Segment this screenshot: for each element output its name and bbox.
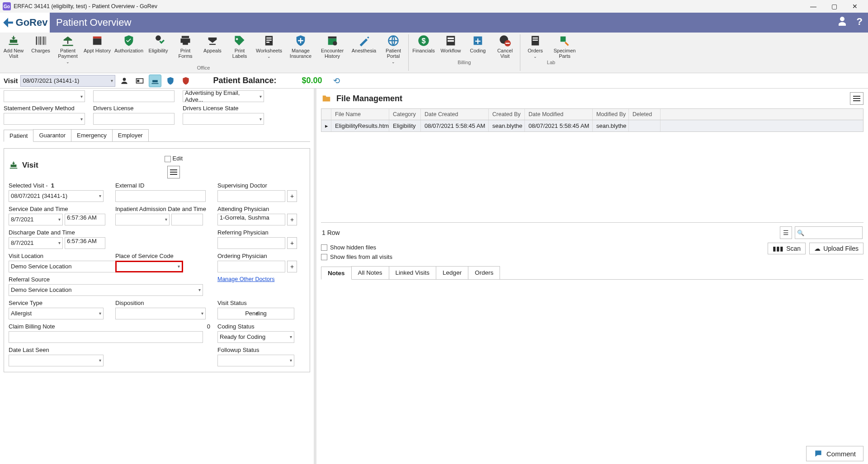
supervising-doctor-input[interactable] xyxy=(217,190,285,202)
visit-panel-menu[interactable] xyxy=(167,166,180,178)
col-file-name[interactable]: File Name xyxy=(331,109,389,120)
followup-combo[interactable]: ▾ xyxy=(217,355,294,366)
financials-button[interactable]: $Financials xyxy=(410,33,437,59)
col-deleted[interactable]: Deleted xyxy=(629,109,660,120)
tab-patient[interactable]: Patient xyxy=(4,130,33,142)
tab-notes[interactable]: Notes xyxy=(321,267,352,280)
worksheets-button[interactable]: Worksheets⌄ xyxy=(253,33,285,64)
comment-button[interactable]: Comment xyxy=(806,446,863,461)
visit-location-combo[interactable]: Demo Service Location▾ xyxy=(9,261,126,272)
cell-deleted xyxy=(629,120,660,131)
attending-input[interactable]: 1-Gorrela, Sushma xyxy=(217,214,285,225)
authorization-button[interactable]: Authorization xyxy=(113,33,145,64)
window-maximize-button[interactable]: ▢ xyxy=(824,0,844,13)
patient-payment-button[interactable]: Patient Payment⌄ xyxy=(54,33,81,64)
claim-billing-input[interactable] xyxy=(9,331,203,343)
discharge-date[interactable]: 8/7/2021▾ xyxy=(9,237,63,249)
shield-warn-icon[interactable] xyxy=(179,75,192,87)
anesthesia-button[interactable]: Anesthesia xyxy=(348,33,380,64)
advertising-combo[interactable]: Advertising by Email, Adve...▾ xyxy=(183,90,264,102)
col-modified-by[interactable]: Modified By xyxy=(593,109,629,120)
coding-button[interactable]: Coding xyxy=(464,33,491,59)
shield-check-icon[interactable] xyxy=(164,75,177,87)
tab-ledger[interactable]: Ledger xyxy=(436,266,468,279)
window-close-button[interactable]: ✕ xyxy=(844,0,865,13)
tab-emergency[interactable]: Emergency xyxy=(71,129,113,141)
discharge-time[interactable]: 6:57:36 AM xyxy=(65,237,105,249)
drivers-license-state-label: Drivers License State xyxy=(183,105,264,112)
visit-selector[interactable]: 08/07/2021 (34141-1)▾ xyxy=(20,75,115,87)
user-icon[interactable] xyxy=(837,16,848,29)
file-management-menu[interactable] xyxy=(850,92,863,105)
balance-label: Patient Balance: xyxy=(213,76,276,85)
add-new-visit-button[interactable]: Add New Visit xyxy=(0,33,27,64)
col-created-by[interactable]: Created By xyxy=(489,109,525,120)
referral-source-combo[interactable]: Demo Service Location▾ xyxy=(9,284,203,296)
eligibility-button[interactable]: Eligibility xyxy=(145,33,172,64)
table-row[interactable]: ▸ EligibilityResults.html Eligibility 08… xyxy=(321,120,863,131)
statement-delivery-combo[interactable]: ▾ xyxy=(4,113,85,125)
tab-all-notes[interactable]: All Notes xyxy=(351,266,389,279)
referring-add[interactable]: + xyxy=(287,237,297,249)
file-search[interactable]: 🔍 xyxy=(795,226,863,239)
charges-button[interactable]: Charges xyxy=(27,33,54,64)
service-date[interactable]: 8/7/2021▾ xyxy=(9,214,63,225)
workflow-button[interactable]: Workflow xyxy=(437,33,464,59)
patient-portal-button[interactable]: Patient Portal⌄ xyxy=(380,33,407,64)
coding-status-combo[interactable]: Ready for Coding▾ xyxy=(217,331,294,343)
refresh-icon[interactable]: ⟲ xyxy=(333,76,340,86)
tab-linked-visits[interactable]: Linked Visits xyxy=(389,266,437,279)
window-minimize-button[interactable]: — xyxy=(803,0,824,13)
specimen-parts-button[interactable]: Specimen Parts xyxy=(549,33,580,59)
drivers-license-input[interactable] xyxy=(93,113,175,125)
show-hidden-checkbox[interactable]: Show hidden files xyxy=(321,243,392,252)
referring-input[interactable] xyxy=(217,237,285,249)
scan-button[interactable]: ▮▮▮Scan xyxy=(768,243,806,254)
tab-employer[interactable]: Employer xyxy=(112,129,149,141)
blank-input-1[interactable] xyxy=(93,90,175,102)
inpatient-time[interactable] xyxy=(171,214,203,225)
date-last-seen-combo[interactable]: ▾ xyxy=(9,355,104,366)
appeals-button[interactable]: Appeals xyxy=(199,33,226,64)
disposition-combo[interactable]: ▾ xyxy=(115,308,206,319)
card-icon[interactable] xyxy=(133,75,146,87)
tab-guarantor[interactable]: Guarantor xyxy=(33,129,71,141)
ordering-input[interactable] xyxy=(217,261,285,272)
upload-files-button[interactable]: ☁Upload Files xyxy=(809,243,863,254)
bed-icon[interactable] xyxy=(149,75,161,87)
visit-status-combo[interactable]: Pending▾ xyxy=(217,308,294,319)
selected-visit-combo[interactable]: 08/07/2021 (34141-1)▾ xyxy=(9,190,104,202)
attending-add[interactable]: + xyxy=(287,214,297,225)
help-icon[interactable]: ? xyxy=(857,16,863,29)
show-all-visits-checkbox[interactable]: Show files from all visits xyxy=(321,252,392,262)
encounter-history-button[interactable]: Encounter History xyxy=(316,33,348,64)
manage-insurance-button[interactable]: Manage Insurance xyxy=(285,33,316,64)
cell-created-by: sean.blythe xyxy=(489,120,525,131)
blank-combo-1[interactable]: ▾ xyxy=(4,90,85,102)
cancel-visit-button[interactable]: Cancel Visit xyxy=(491,33,519,59)
cloud-upload-icon: ☁ xyxy=(814,245,821,252)
supervising-doctor-add[interactable]: + xyxy=(287,190,297,202)
visit-icon xyxy=(9,160,19,170)
appt-history-button[interactable]: Appt History xyxy=(81,33,113,64)
col-category[interactable]: Category xyxy=(389,109,421,120)
row-expand-icon[interactable]: ▸ xyxy=(321,120,331,131)
edit-checkbox[interactable]: Edit xyxy=(165,155,183,162)
file-list-menu[interactable]: ☰ xyxy=(780,226,792,239)
svg-point-15 xyxy=(123,78,126,81)
col-date-created[interactable]: Date Created xyxy=(421,109,489,120)
ordering-add[interactable]: + xyxy=(287,261,297,272)
print-labels-button[interactable]: Print Labels xyxy=(226,33,253,64)
place-of-service-combo[interactable]: ▾ xyxy=(115,261,183,272)
print-forms-button[interactable]: Print Forms xyxy=(172,33,199,64)
service-time[interactable]: 6:57:36 AM xyxy=(65,214,105,225)
tab-orders[interactable]: Orders xyxy=(468,266,500,279)
external-id-input[interactable] xyxy=(115,190,206,202)
drivers-license-state-combo[interactable]: ▾ xyxy=(183,113,264,125)
service-type-combo[interactable]: Allergist▾ xyxy=(9,308,104,319)
inpatient-date[interactable]: ▾ xyxy=(115,214,170,225)
col-date-modified[interactable]: Date Modified xyxy=(525,109,593,120)
manage-other-doctors-link[interactable]: Manage Other Doctors xyxy=(217,276,308,282)
orders-button[interactable]: Orders⌄ xyxy=(522,33,549,59)
person-icon[interactable] xyxy=(118,75,131,87)
